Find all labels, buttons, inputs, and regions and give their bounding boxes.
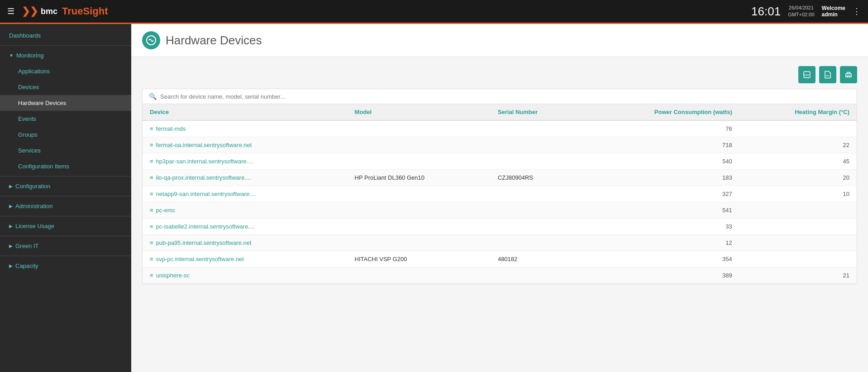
cell-power: 76 — [583, 120, 739, 137]
device-name-link[interactable]: svp-pc.internal.sentrysoftware.net — [156, 256, 244, 262]
sidebar-divider-3 — [0, 196, 131, 196]
license-usage-arrow-icon: ▶ — [9, 224, 13, 229]
device-icon: ≡ — [150, 142, 153, 148]
main-content: Hardware Devices CSV PDF — [131, 24, 868, 372]
table-row: ≡fermat-mds76 — [143, 120, 857, 137]
col-device[interactable]: Device — [143, 104, 348, 120]
table-row: ≡fermat-oa.internal.sentrysoftware.net71… — [143, 137, 857, 153]
device-name-link[interactable]: pc-isabelle2.internal.sentrysoftware.... — [156, 223, 255, 230]
cell-power: 12 — [583, 235, 739, 251]
cell-model — [348, 153, 491, 170]
table-row: ≡hp3par-san.internal.sentrysoftware....5… — [143, 153, 857, 170]
table-row: ≡netapp9-san.internal.sentrysoftware....… — [143, 186, 857, 202]
svg-text:PDF: PDF — [826, 75, 830, 77]
device-icon: ≡ — [150, 125, 153, 132]
cell-device: ≡svp-pc.internal.sentrysoftware.net — [143, 251, 348, 267]
device-name-link[interactable]: ilo-qa-prox.internal.sentrysoftware.... — [156, 174, 251, 181]
device-icon: ≡ — [150, 174, 153, 181]
sidebar-item-applications[interactable]: Applications — [0, 63, 131, 79]
device-name-link[interactable]: pub-pa95.internal.sentrysoftware.net — [156, 239, 252, 246]
cell-device: ≡pub-pa95.internal.sentrysoftware.net — [143, 235, 348, 251]
table-row: ≡svp-pc.internal.sentrysoftware.netHITAC… — [143, 251, 857, 267]
search-icon: 🔍 — [149, 93, 157, 100]
table-row: ≡ilo-qa-prox.internal.sentrysoftware....… — [143, 170, 857, 186]
device-icon: ≡ — [150, 272, 153, 279]
table-body: ≡fermat-mds76≡fermat-oa.internal.sentrys… — [143, 120, 857, 284]
sidebar-item-groups[interactable]: Groups — [0, 127, 131, 143]
sidebar-item-configuration-items[interactable]: Configuration Items — [0, 158, 131, 174]
sidebar-divider-1 — [0, 45, 131, 46]
sidebar-item-hardware-devices[interactable]: Hardware Devices — [0, 95, 131, 111]
cell-serial — [491, 137, 583, 153]
col-power[interactable]: Power Consumption (watts) — [583, 104, 739, 120]
table-container: Device Model Serial Number Power Consump… — [142, 104, 857, 284]
device-name-link[interactable]: fermat-oa.internal.sentrysoftware.net — [156, 142, 252, 148]
device-icon: ≡ — [150, 256, 153, 262]
col-serial[interactable]: Serial Number — [491, 104, 583, 120]
toolbar: CSV PDF — [142, 66, 857, 83]
cell-device: ≡pc-emc — [143, 202, 348, 219]
export-pdf-button[interactable]: PDF — [819, 66, 836, 83]
table-header-row: Device Model Serial Number Power Consump… — [143, 104, 857, 120]
page-icon — [142, 31, 160, 49]
device-name-link[interactable]: hp3par-san.internal.sentrysoftware.... — [156, 158, 253, 165]
header-date: 26/04/2021 GMT+02:00 — [788, 5, 814, 19]
cell-heating: 21 — [739, 267, 857, 284]
table-row: ≡pc-emc541 — [143, 202, 857, 219]
device-name-link[interactable]: unisphere-sc — [156, 272, 190, 279]
sidebar-section-configuration[interactable]: ▶ Configuration — [0, 178, 131, 194]
device-icon: ≡ — [150, 239, 153, 246]
sidebar: Dashboards ▼ Monitoring Applications Dev… — [0, 24, 131, 372]
cell-power: 33 — [583, 219, 739, 235]
green-it-arrow-icon: ▶ — [9, 243, 13, 248]
cell-serial — [491, 202, 583, 219]
search-container: 🔍 — [142, 89, 857, 104]
cell-model — [348, 186, 491, 202]
cell-model — [348, 219, 491, 235]
header-right: 16:01 26/04/2021 GMT+02:00 Welcome admin… — [751, 5, 861, 19]
hamburger-icon[interactable]: ☰ — [7, 6, 14, 16]
col-model[interactable]: Model — [348, 104, 491, 120]
table-row: ≡pub-pa95.internal.sentrysoftware.net12 — [143, 235, 857, 251]
device-name-link[interactable]: pc-emc — [156, 207, 176, 214]
monitoring-arrow-icon: ▼ — [9, 53, 14, 58]
export-csv-button[interactable]: CSV — [798, 66, 816, 83]
green-it-label: Green IT — [15, 243, 38, 249]
cell-serial: CZJ80904RS — [491, 170, 583, 186]
device-name-link[interactable]: netapp9-san.internal.sentrysoftware.... — [156, 191, 256, 197]
license-usage-label: License Usage — [15, 223, 54, 229]
sidebar-section-license-usage[interactable]: ▶ License Usage — [0, 218, 131, 234]
administration-label: Administration — [15, 203, 52, 210]
sidebar-item-devices[interactable]: Devices — [0, 79, 131, 95]
cell-serial — [491, 153, 583, 170]
configuration-label: Configuration — [15, 183, 50, 190]
svg-rect-5 — [847, 76, 850, 77]
sidebar-item-services[interactable]: Services — [0, 143, 131, 158]
sidebar-section-administration[interactable]: ▶ Administration — [0, 198, 131, 214]
cell-serial — [491, 186, 583, 202]
cell-power: 354 — [583, 251, 739, 267]
sidebar-section-green-it[interactable]: ▶ Green IT — [0, 238, 131, 254]
sidebar-section-capacity[interactable]: ▶ Capacity — [0, 258, 131, 274]
search-input[interactable] — [160, 93, 850, 100]
devices-table: Device Model Serial Number Power Consump… — [143, 104, 857, 284]
device-name-link[interactable]: fermat-mds — [156, 125, 186, 132]
cell-heating — [739, 120, 857, 137]
sidebar-section-monitoring[interactable]: ▼ Monitoring — [0, 48, 131, 63]
cell-heating: 45 — [739, 153, 857, 170]
sidebar-item-dashboards[interactable]: Dashboards — [0, 28, 131, 43]
cell-heating — [739, 251, 857, 267]
content-area: CSV PDF — [131, 57, 868, 293]
col-heating[interactable]: Heating Margin (°C) — [739, 104, 857, 120]
bmc-text: bmc — [41, 7, 57, 16]
capacity-arrow-icon: ▶ — [9, 263, 13, 268]
top-header: ☰ ❯❯ bmc TrueSight 16:01 26/04/2021 GMT+… — [0, 0, 868, 23]
header-dots-icon[interactable]: ⋮ — [853, 6, 861, 16]
print-button[interactable] — [840, 66, 857, 83]
cell-device: ≡fermat-oa.internal.sentrysoftware.net — [143, 137, 348, 153]
cell-power: 541 — [583, 202, 739, 219]
cell-model: HP ProLiant DL360 Gen10 — [348, 170, 491, 186]
cell-model — [348, 235, 491, 251]
sidebar-divider-5 — [0, 236, 131, 236]
sidebar-item-events[interactable]: Events — [0, 111, 131, 127]
